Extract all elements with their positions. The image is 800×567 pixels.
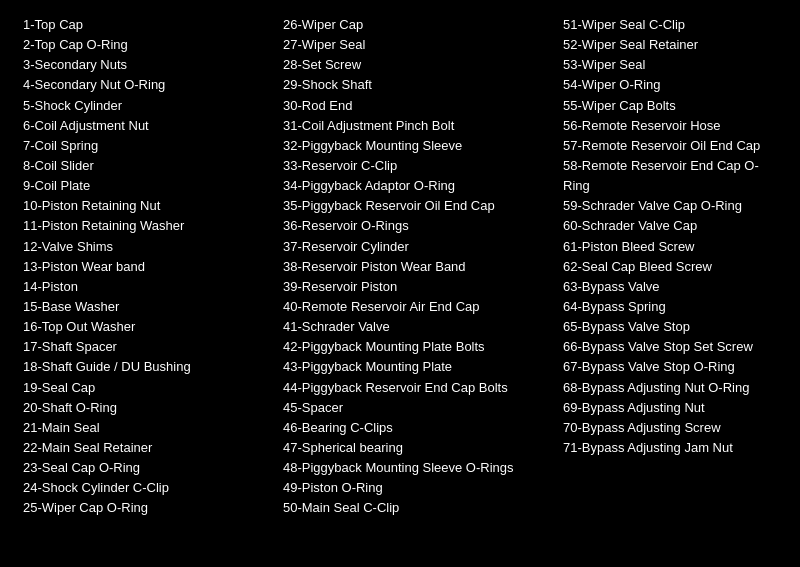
- list-item: 18-Shaft Guide / DU Bushing: [23, 357, 267, 377]
- list-item: 30-Rod End: [283, 96, 547, 116]
- list-item: 64-Bypass Spring: [563, 297, 777, 317]
- list-item: 37-Reservoir Cylinder: [283, 237, 547, 257]
- list-item: 31-Coil Adjustment Pinch Bolt: [283, 116, 547, 136]
- list-item: 10-Piston Retaining Nut: [23, 196, 267, 216]
- list-item: 71-Bypass Adjusting Jam Nut: [563, 438, 777, 458]
- list-item: 65-Bypass Valve Stop: [563, 317, 777, 337]
- list-item: 26-Wiper Cap: [283, 15, 547, 35]
- list-item: 28-Set Screw: [283, 55, 547, 75]
- list-item: 63-Bypass Valve: [563, 277, 777, 297]
- list-item: 39-Reservoir Piston: [283, 277, 547, 297]
- list-item: 20-Shaft O-Ring: [23, 398, 267, 418]
- list-item: 24-Shock Cylinder C-Clip: [23, 478, 267, 498]
- list-item: 70-Bypass Adjusting Screw: [563, 418, 777, 438]
- list-item: 22-Main Seal Retainer: [23, 438, 267, 458]
- list-item: 57-Remote Reservoir Oil End Cap: [563, 136, 777, 156]
- list-item: 1-Top Cap: [23, 15, 267, 35]
- list-item: 5-Shock Cylinder: [23, 96, 267, 116]
- list-item: 44-Piggyback Reservoir End Cap Bolts: [283, 378, 547, 398]
- list-item: 17-Shaft Spacer: [23, 337, 267, 357]
- list-item: 56-Remote Reservoir Hose: [563, 116, 777, 136]
- list-item: 19-Seal Cap: [23, 378, 267, 398]
- list-item: 45-Spacer: [283, 398, 547, 418]
- list-item: 34-Piggyback Adaptor O-Ring: [283, 176, 547, 196]
- list-item: 69-Bypass Adjusting Nut: [563, 398, 777, 418]
- list-item: 40-Remote Reservoir Air End Cap: [283, 297, 547, 317]
- list-item: 9-Coil Plate: [23, 176, 267, 196]
- list-item: 16-Top Out Washer: [23, 317, 267, 337]
- list-item: 42-Piggyback Mounting Plate Bolts: [283, 337, 547, 357]
- list-item: 4-Secondary Nut O-Ring: [23, 75, 267, 95]
- list-item: 23-Seal Cap O-Ring: [23, 458, 267, 478]
- list-item: 2-Top Cap O-Ring: [23, 35, 267, 55]
- list-item: 6-Coil Adjustment Nut: [23, 116, 267, 136]
- list-item: 41-Schrader Valve: [283, 317, 547, 337]
- list-item: 48-Piggyback Mounting Sleeve O-Rings: [283, 458, 547, 478]
- list-item: 3-Secondary Nuts: [23, 55, 267, 75]
- list-item: 66-Bypass Valve Stop Set Screw: [563, 337, 777, 357]
- list-item: 62-Seal Cap Bleed Screw: [563, 257, 777, 277]
- list-item: 53-Wiper Seal: [563, 55, 777, 75]
- list-item: 59-Schrader Valve Cap O-Ring: [563, 196, 777, 216]
- list-item: 11-Piston Retaining Washer: [23, 216, 267, 236]
- list-item: 21-Main Seal: [23, 418, 267, 438]
- list-item: 8-Coil Slider: [23, 156, 267, 176]
- list-item: 25-Wiper Cap O-Ring: [23, 498, 267, 518]
- list-item: 13-Piston Wear band: [23, 257, 267, 277]
- list-item: 49-Piston O-Ring: [283, 478, 547, 498]
- parts-list: 1-Top Cap2-Top Cap O-Ring3-Secondary Nut…: [15, 10, 785, 524]
- list-item: 12-Valve Shims: [23, 237, 267, 257]
- list-item: 58-Remote Reservoir End Cap O-Ring: [563, 156, 777, 196]
- column-3: 51-Wiper Seal C-Clip52-Wiper Seal Retain…: [555, 10, 785, 524]
- list-item: 33-Reservoir C-Clip: [283, 156, 547, 176]
- list-item: 60-Schrader Valve Cap: [563, 216, 777, 236]
- list-item: 46-Bearing C-Clips: [283, 418, 547, 438]
- column-1: 1-Top Cap2-Top Cap O-Ring3-Secondary Nut…: [15, 10, 275, 524]
- list-item: 15-Base Washer: [23, 297, 267, 317]
- list-item: 55-Wiper Cap Bolts: [563, 96, 777, 116]
- list-item: 61-Piston Bleed Screw: [563, 237, 777, 257]
- list-item: 36-Reservoir O-Rings: [283, 216, 547, 236]
- list-item: 51-Wiper Seal C-Clip: [563, 15, 777, 35]
- list-item: 38-Reservoir Piston Wear Band: [283, 257, 547, 277]
- list-item: 43-Piggyback Mounting Plate: [283, 357, 547, 377]
- column-2: 26-Wiper Cap27-Wiper Seal28-Set Screw29-…: [275, 10, 555, 524]
- list-item: 47-Spherical bearing: [283, 438, 547, 458]
- list-item: 52-Wiper Seal Retainer: [563, 35, 777, 55]
- list-item: 7-Coil Spring: [23, 136, 267, 156]
- list-item: 54-Wiper O-Ring: [563, 75, 777, 95]
- list-item: 14-Piston: [23, 277, 267, 297]
- list-item: 29-Shock Shaft: [283, 75, 547, 95]
- list-item: 35-Piggyback Reservoir Oil End Cap: [283, 196, 547, 216]
- list-item: 50-Main Seal C-Clip: [283, 498, 547, 518]
- list-item: 67-Bypass Valve Stop O-Ring: [563, 357, 777, 377]
- list-item: 32-Piggyback Mounting Sleeve: [283, 136, 547, 156]
- list-item: 27-Wiper Seal: [283, 35, 547, 55]
- list-item: 68-Bypass Adjusting Nut O-Ring: [563, 378, 777, 398]
